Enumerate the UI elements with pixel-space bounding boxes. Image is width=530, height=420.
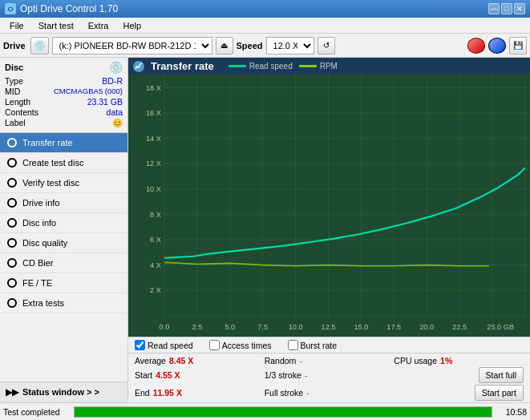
nav-transfer-rate-label: Transfer rate bbox=[22, 138, 73, 147]
nav-extra-tests-label: Extra tests bbox=[22, 298, 64, 308]
extra-tests-icon bbox=[6, 297, 18, 309]
legend-rpm: RPM bbox=[299, 62, 338, 71]
end-label: End bbox=[135, 388, 150, 398]
svg-text:6 X: 6 X bbox=[150, 235, 161, 244]
status-window-btn[interactable]: ▶▶ Status window > > bbox=[0, 382, 127, 402]
svg-text:18 X: 18 X bbox=[146, 83, 162, 91]
access-times-checkbox-text: Access times bbox=[222, 341, 272, 350]
toolbar: Drive 💿 (k:) PIONEER BD-RW BDR-212D 1.03… bbox=[0, 34, 530, 58]
save-button[interactable]: 💾 bbox=[509, 37, 527, 55]
chart-svg: 18 X 16 X 14 X 12 X 10 X 8 X 6 X 4 X 2 X… bbox=[128, 75, 530, 337]
chart-title: Transfer rate bbox=[151, 60, 214, 72]
menu-help[interactable]: Help bbox=[116, 19, 148, 32]
average-value: 8.45 X bbox=[169, 356, 193, 365]
speed-select[interactable]: 12.0 X bbox=[266, 37, 314, 55]
transfer-rate-icon bbox=[6, 137, 18, 148]
nav-disc-info[interactable]: Disc info bbox=[0, 213, 127, 233]
full-stroke-label: Full stroke bbox=[265, 388, 303, 398]
drive-select[interactable]: (k:) PIONEER BD-RW BDR-212D 1.03 bbox=[52, 37, 212, 55]
sidebar: Disc 💿 Type BD-R MID CMCMAGBA5 (000) Len… bbox=[0, 58, 128, 402]
access-times-checkbox-label[interactable]: Access times bbox=[209, 340, 272, 350]
speed-label: Speed bbox=[237, 41, 263, 50]
app-title: Opti Drive Control 1.70 bbox=[20, 3, 118, 14]
nav-drive-info-label: Drive info bbox=[22, 198, 59, 208]
chart-header: Transfer rate Read speed RPM bbox=[128, 58, 530, 75]
svg-text:0.0: 0.0 bbox=[160, 322, 170, 331]
maximize-button[interactable]: □ bbox=[501, 3, 512, 14]
access-times-checkbox[interactable] bbox=[209, 340, 220, 350]
nav-extra-tests[interactable]: Extra tests bbox=[0, 293, 127, 313]
read-speed-checkbox[interactable] bbox=[135, 340, 145, 350]
random-label: Random bbox=[265, 356, 297, 365]
type-label: Type bbox=[5, 76, 23, 86]
menu-start-test[interactable]: Start test bbox=[32, 19, 80, 32]
status-window-label: Status window > > bbox=[22, 387, 99, 397]
disc-label-btn[interactable]: 😊 bbox=[112, 118, 123, 128]
start-value: 4.55 X bbox=[156, 370, 180, 380]
average-label: Average bbox=[135, 356, 166, 365]
length-value: 23.31 GB bbox=[87, 97, 123, 107]
mid-value: CMCMAGBA5 (000) bbox=[54, 87, 123, 96]
verify-test-disc-icon bbox=[6, 177, 18, 188]
contents-value: data bbox=[107, 107, 123, 117]
start-full-button[interactable]: Start full bbox=[479, 367, 524, 383]
disc-label: Disc bbox=[5, 63, 23, 72]
burst-rate-checkbox[interactable] bbox=[288, 340, 298, 350]
mid-label: MID bbox=[5, 87, 20, 96]
svg-text:20.0: 20.0 bbox=[419, 322, 434, 331]
nav-cd-bier-label: CD Bier bbox=[22, 258, 54, 268]
disc-info-icon bbox=[6, 217, 18, 228]
end-value: 11.95 X bbox=[153, 388, 182, 398]
disc-label-label: Label bbox=[5, 118, 26, 128]
stroke-1-3-label: 1/3 stroke bbox=[265, 370, 301, 380]
nav-create-test-disc[interactable]: Create test disc bbox=[0, 153, 127, 173]
read-speed-checkbox-label[interactable]: Read speed bbox=[135, 340, 193, 350]
nav-verify-test-disc[interactable]: Verify test disc bbox=[0, 173, 127, 193]
nav-disc-quality-label: Disc quality bbox=[22, 238, 67, 248]
title-bar: O Opti Drive Control 1.70 — □ ✕ bbox=[0, 0, 530, 18]
stats-panel: Average 8.45 X Random - CPU usage 1% Sta… bbox=[128, 353, 530, 402]
nav-cd-bier[interactable]: CD Bier bbox=[0, 253, 127, 273]
fe-te-icon bbox=[6, 277, 18, 289]
refresh-button[interactable]: ↺ bbox=[318, 37, 335, 55]
svg-text:2.5: 2.5 bbox=[192, 322, 202, 331]
nav-fe-te[interactable]: FE / TE bbox=[0, 273, 127, 293]
stats-row-3: End 11.95 X Full stroke - Start part bbox=[135, 385, 524, 401]
status-window-icon: ▶▶ bbox=[6, 386, 18, 398]
burst-rate-checkbox-text: Burst rate bbox=[301, 341, 338, 350]
disc-write-button[interactable] bbox=[488, 38, 506, 54]
nav-disc-quality[interactable]: Disc quality bbox=[0, 233, 127, 253]
contents-label: Contents bbox=[5, 107, 38, 117]
nav-create-test-disc-label: Create test disc bbox=[22, 158, 83, 168]
progress-bar-container bbox=[74, 406, 492, 418]
nav-transfer-rate[interactable]: Transfer rate bbox=[0, 133, 127, 153]
cpu-value: 1% bbox=[440, 356, 452, 365]
menu-file[interactable]: File bbox=[3, 19, 30, 32]
menu-bar: File Start test Extra Help bbox=[0, 18, 530, 34]
svg-text:14 X: 14 X bbox=[146, 134, 162, 143]
menu-extra[interactable]: Extra bbox=[82, 19, 115, 32]
disc-read-button[interactable] bbox=[467, 38, 485, 54]
eject-button[interactable]: ⏏ bbox=[216, 37, 233, 55]
close-button[interactable]: ✕ bbox=[514, 3, 525, 14]
chart-canvas: 18 X 16 X 14 X 12 X 10 X 8 X 6 X 4 X 2 X… bbox=[128, 75, 530, 337]
cd-bier-icon bbox=[6, 257, 18, 269]
read-speed-checkbox-text: Read speed bbox=[148, 341, 193, 350]
svg-text:8 X: 8 X bbox=[150, 209, 161, 218]
disc-type-icon: 💿 bbox=[109, 61, 123, 74]
drive-label: Drive bbox=[3, 41, 26, 50]
type-value: BD-R bbox=[102, 76, 123, 86]
checkboxes-row: Read speed Access times Burst rate bbox=[128, 337, 530, 353]
read-speed-legend-color bbox=[229, 65, 246, 67]
svg-text:2 X: 2 X bbox=[150, 285, 161, 294]
svg-text:7.5: 7.5 bbox=[257, 322, 268, 331]
nav-disc-info-label: Disc info bbox=[22, 218, 56, 228]
burst-rate-checkbox-label[interactable]: Burst rate bbox=[288, 340, 338, 350]
svg-text:17.5: 17.5 bbox=[386, 322, 401, 331]
minimize-button[interactable]: — bbox=[488, 3, 500, 14]
start-part-button[interactable]: Start part bbox=[475, 385, 524, 401]
svg-rect-0 bbox=[128, 75, 530, 337]
disc-quality-icon bbox=[6, 237, 18, 248]
app-icon: O bbox=[5, 3, 16, 14]
nav-drive-info[interactable]: Drive info bbox=[0, 193, 127, 213]
